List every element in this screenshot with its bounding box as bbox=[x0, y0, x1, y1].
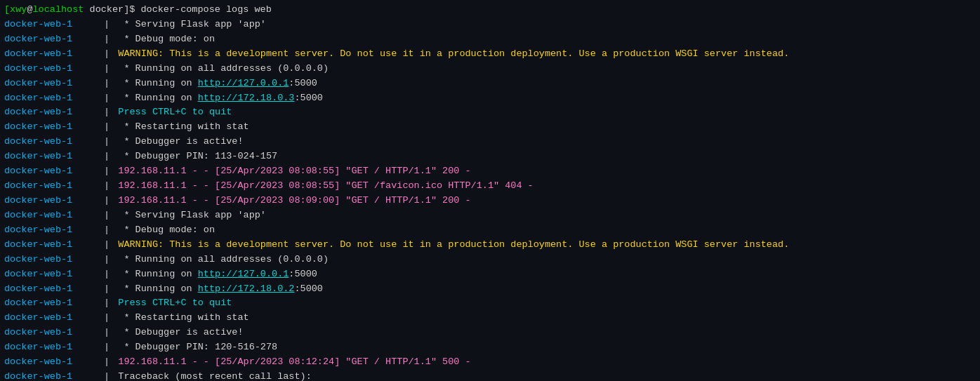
prompt-suffix: ]$ docker-compose logs web bbox=[124, 4, 272, 15]
line-prefix: docker-web-1 bbox=[4, 311, 95, 326]
line-content: * Running on http://172.18.0.3:5000 bbox=[118, 91, 323, 106]
log-line: docker-web-1 | * Restarting with stat bbox=[0, 311, 980, 326]
line-prefix: docker-web-1 bbox=[4, 208, 95, 223]
line-content: * Running on http://172.18.0.2:5000 bbox=[118, 282, 323, 297]
line-pipe: | bbox=[98, 76, 115, 91]
line-pipe: | bbox=[98, 194, 115, 208]
line-content: * Debugger is active! bbox=[118, 135, 243, 149]
log-line: docker-web-1 | * Debugger is active! bbox=[0, 135, 980, 149]
line-prefix: docker-web-1 bbox=[4, 223, 95, 238]
line-content: Traceback (most recent call last): bbox=[118, 370, 311, 381]
line-pipe: | bbox=[98, 135, 115, 149]
line-pipe: | bbox=[98, 253, 115, 267]
line-pipe: | bbox=[98, 296, 115, 311]
line-pipe: | bbox=[98, 32, 115, 47]
line-pipe: | bbox=[98, 164, 115, 179]
line-prefix: docker-web-1 bbox=[4, 179, 95, 194]
log-line: docker-web-1 | Press CTRL+C to quit bbox=[0, 105, 980, 120]
line-content: * Running on http://127.0.0.1:5000 bbox=[118, 267, 317, 282]
line-pipe: | bbox=[98, 47, 115, 62]
line-pipe: | bbox=[98, 267, 115, 282]
log-line: docker-web-1 | * Debugger PIN: 113-024-1… bbox=[0, 149, 980, 164]
line-pipe: | bbox=[98, 18, 115, 32]
line-prefix: docker-web-1 bbox=[4, 267, 95, 282]
log-line: docker-web-1 | * Running on all addresse… bbox=[0, 253, 980, 267]
line-content: * Restarting with stat bbox=[118, 311, 249, 326]
log-line: docker-web-1 | * Debugger PIN: 120-516-2… bbox=[0, 340, 980, 355]
line-pipe: | bbox=[98, 62, 115, 76]
line-prefix: docker-web-1 bbox=[4, 282, 95, 297]
terminal: [xwy@localhost docker]$ docker-compose l… bbox=[0, 0, 980, 381]
line-prefix: docker-web-1 bbox=[4, 91, 95, 106]
line-pipe: | bbox=[98, 105, 115, 120]
log-line: docker-web-1 | * Debugger is active! bbox=[0, 326, 980, 340]
log-line: docker-web-1 | 192.168.11.1 - - [25/Apr/… bbox=[0, 179, 980, 194]
line-prefix: docker-web-1 bbox=[4, 355, 95, 370]
line-content: 192.168.11.1 - - [25/Apr/2023 08:08:55] … bbox=[118, 179, 533, 194]
line-prefix: docker-web-1 bbox=[4, 326, 95, 340]
line-pipe: | bbox=[98, 326, 115, 340]
log-line: docker-web-1 | 192.168.11.1 - - [25/Apr/… bbox=[0, 164, 980, 179]
line-content: Press CTRL+C to quit bbox=[118, 105, 232, 120]
line-pipe: | bbox=[98, 340, 115, 355]
line-prefix: docker-web-1 bbox=[4, 149, 95, 164]
line-content: 192.168.11.1 - - [25/Apr/2023 08:08:55] … bbox=[118, 164, 470, 179]
line-content: * Running on http://127.0.0.1:5000 bbox=[118, 76, 317, 91]
log-line: docker-web-1 | WARNING: This is a develo… bbox=[0, 47, 980, 62]
line-prefix: docker-web-1 bbox=[4, 253, 95, 267]
log-line: docker-web-1 | * Serving Flask app 'app' bbox=[0, 208, 980, 223]
line-content: * Debug mode: on bbox=[118, 223, 215, 238]
line-pipe: | bbox=[98, 355, 115, 370]
line-prefix: docker-web-1 bbox=[4, 194, 95, 208]
log-line: docker-web-1 | 192.168.11.1 - - [25/Apr/… bbox=[0, 355, 980, 370]
line-prefix: docker-web-1 bbox=[4, 238, 95, 253]
line-content: 192.168.11.1 - - [25/Apr/2023 08:12:24] … bbox=[118, 355, 470, 370]
line-prefix: docker-web-1 bbox=[4, 47, 95, 62]
line-pipe: | bbox=[98, 179, 115, 194]
line-content: * Serving Flask app 'app' bbox=[118, 208, 266, 223]
line-content: * Debugger PIN: 120-516-278 bbox=[118, 340, 277, 355]
line-prefix: docker-web-1 bbox=[4, 32, 95, 47]
log-line: docker-web-1 | * Debug mode: on bbox=[0, 32, 980, 47]
log-line: docker-web-1 | 192.168.11.1 - - [25/Apr/… bbox=[0, 194, 980, 208]
line-content: Press CTRL+C to quit bbox=[118, 296, 232, 311]
log-line: docker-web-1 | * Running on http://172.1… bbox=[0, 282, 980, 297]
log-line: docker-web-1 | Press CTRL+C to quit bbox=[0, 296, 980, 311]
line-content: * Serving Flask app 'app' bbox=[118, 18, 266, 32]
line-content: WARNING: This is a development server. D… bbox=[118, 47, 789, 62]
log-line: docker-web-1 | * Debug mode: on bbox=[0, 223, 980, 238]
log-line: docker-web-1 | WARNING: This is a develo… bbox=[0, 238, 980, 253]
line-content: 192.168.11.1 - - [25/Apr/2023 08:09:00] … bbox=[118, 194, 470, 208]
prompt-at: @ bbox=[27, 4, 32, 15]
line-pipe: | bbox=[98, 282, 115, 297]
line-content: * Running on all addresses (0.0.0.0) bbox=[118, 62, 329, 76]
line-pipe: | bbox=[98, 91, 115, 106]
line-content: * Running on all addresses (0.0.0.0) bbox=[118, 253, 329, 267]
line-pipe: | bbox=[98, 238, 115, 253]
log-line: docker-web-1 | * Running on http://127.0… bbox=[0, 267, 980, 282]
line-prefix: docker-web-1 bbox=[4, 296, 95, 311]
line-prefix: docker-web-1 bbox=[4, 370, 95, 381]
line-prefix: docker-web-1 bbox=[4, 18, 95, 32]
line-content: * Restarting with stat bbox=[118, 120, 249, 135]
line-prefix: docker-web-1 bbox=[4, 164, 95, 179]
line-prefix: docker-web-1 bbox=[4, 135, 95, 149]
log-line: docker-web-1 | * Running on http://127.0… bbox=[0, 76, 980, 91]
line-content: WARNING: This is a development server. D… bbox=[118, 238, 789, 253]
line-pipe: | bbox=[98, 149, 115, 164]
prompt-user: [xwy bbox=[4, 4, 27, 15]
prompt-host: localhost bbox=[33, 4, 84, 15]
log-line: docker-web-1 | * Running on all addresse… bbox=[0, 62, 980, 76]
line-prefix: docker-web-1 bbox=[4, 105, 95, 120]
line-content: * Debugger PIN: 113-024-157 bbox=[118, 149, 277, 164]
line-prefix: docker-web-1 bbox=[4, 62, 95, 76]
prompt-dir: docker bbox=[84, 4, 124, 15]
line-pipe: | bbox=[98, 311, 115, 326]
log-line: docker-web-1 | Traceback (most recent ca… bbox=[0, 370, 980, 381]
log-line: docker-web-1 | * Restarting with stat bbox=[0, 120, 980, 135]
prompt-line: [xwy@localhost docker]$ docker-compose l… bbox=[0, 3, 980, 18]
line-pipe: | bbox=[98, 120, 115, 135]
line-prefix: docker-web-1 bbox=[4, 120, 95, 135]
line-pipe: | bbox=[98, 208, 115, 223]
line-pipe: | bbox=[98, 370, 115, 381]
